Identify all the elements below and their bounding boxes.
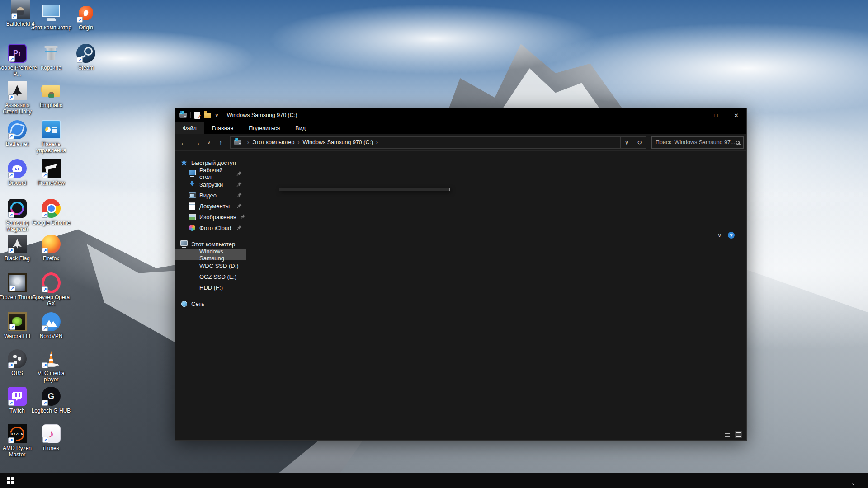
desktop-icon[interactable]: ↗ Origin: [66, 4, 106, 31]
breadcrumb-item[interactable]: Этот компьютер: [252, 139, 294, 145]
breadcrumb-chevron-icon[interactable]: ›: [244, 139, 252, 145]
address-bar[interactable]: ›Этот компьютер›Windows Samsung 970 (C:)…: [230, 136, 646, 149]
explorer-main: Быстрый доступ Рабочий стол: [175, 151, 746, 429]
file-list-pane: [246, 151, 746, 429]
large-icons-view-icon[interactable]: [735, 431, 742, 438]
windows-logo-icon: [7, 477, 14, 484]
desktop-icon-label: Frozen Throne: [0, 294, 35, 300]
desktop-icon-label: iTunes: [43, 445, 59, 451]
desktop-icon[interactable]: ↗ NordVPN: [31, 312, 71, 339]
titlebar[interactable]: ∨ Windows Samsung 970 (C:) – □ ✕: [175, 108, 746, 122]
close-button[interactable]: ✕: [726, 108, 746, 122]
app-icon: ↗: [8, 349, 27, 368]
pin-icon: [236, 171, 242, 176]
shortcut-arrow-icon: ↗: [8, 400, 14, 406]
desktop-icon-label: Корзина: [41, 65, 61, 71]
ribbon-collapse-icon[interactable]: ∨: [717, 233, 722, 238]
up-button[interactable]: ↑: [215, 136, 226, 148]
window-title: Windows Samsung 970 (C:): [227, 112, 297, 118]
sidebar-item[interactable]: WDC SSD (D:): [175, 260, 246, 271]
maximize-button[interactable]: □: [706, 108, 726, 122]
desktop-icon[interactable]: ↗ Battlefield 4: [0, 0, 41, 27]
desktop-icon-label: NordVPN: [40, 333, 63, 339]
app-icon: ↗: [42, 273, 61, 292]
desktop-icon[interactable]: ↗ Браузер Opera GX: [31, 273, 71, 307]
search-box[interactable]: [651, 136, 744, 149]
shortcut-arrow-icon: ↗: [9, 324, 15, 330]
ribbon-tab[interactable]: Файл: [175, 122, 204, 134]
desktop-icon[interactable]: ↗ Google Chrome: [31, 199, 71, 226]
sidebar-section-label: Этот компьютер: [191, 241, 235, 248]
refresh-icon[interactable]: ↻: [633, 137, 646, 148]
sidebar-item[interactable]: Загрузки: [175, 179, 246, 190]
shortcut-arrow-icon: ↗: [77, 17, 83, 23]
help-icon[interactable]: ?: [728, 232, 735, 239]
properties-icon[interactable]: [194, 112, 200, 119]
desktop-icon[interactable]: ↗ iTunes: [31, 424, 71, 451]
sidebar-item[interactable]: Видео: [175, 190, 246, 201]
app-icon: ↗: [8, 44, 27, 63]
sidebar-item[interactable]: OCZ SSD (E:): [175, 271, 246, 282]
sidebar-section-icon: [180, 300, 188, 307]
app-icon: ↗: [42, 312, 61, 331]
sidebar-item[interactable]: Фото iCloud: [175, 222, 246, 233]
desktop-icon[interactable]: ↗ VLC media player: [31, 349, 71, 383]
sidebar-item-label: HDD (F:): [199, 284, 223, 291]
desktop-icon[interactable]: ↗ Firefox: [31, 235, 71, 262]
details-view-icon[interactable]: [724, 431, 731, 438]
forward-button[interactable]: →: [191, 136, 203, 148]
sidebar-item[interactable]: HDD (F:): [175, 282, 246, 293]
sidebar-item-icon: [189, 192, 196, 199]
desktop-icon[interactable]: ↗ Панель управления: [31, 120, 71, 154]
back-button[interactable]: ←: [178, 136, 189, 148]
breadcrumb-chevron-icon[interactable]: ›: [373, 139, 381, 145]
desktop-icon-label: Black Flag: [5, 255, 30, 262]
action-center-icon[interactable]: [850, 478, 856, 483]
system-drive-icon: [179, 113, 187, 118]
app-icon: ↗: [42, 81, 61, 100]
sidebar-item-icon: [189, 224, 196, 231]
qat-customize-chevron-icon[interactable]: ∨: [215, 113, 219, 118]
desktop-icon-label: Emphatic: [40, 102, 62, 108]
ribbon-tab[interactable]: Поделиться: [241, 122, 288, 134]
app-icon: ↗: [8, 312, 27, 331]
minimize-button[interactable]: –: [685, 108, 706, 122]
column-headers: [246, 153, 746, 164]
app-icon: ↗: [42, 387, 61, 406]
desktop-icon[interactable]: ↗ Steam: [66, 44, 106, 71]
shortcut-arrow-icon: ↗: [77, 57, 83, 63]
sidebar-item-label: Видео: [199, 192, 217, 199]
app-icon: ↗: [8, 424, 27, 443]
sidebar-item[interactable]: Windows Samsung: [175, 249, 246, 260]
address-dropdown-icon[interactable]: ∨: [620, 137, 633, 148]
sidebar-item[interactable]: Документы: [175, 201, 246, 211]
sidebar-item-label: Windows Samsung: [199, 248, 246, 262]
desktop-icon-label: Battle.net: [6, 141, 29, 147]
ribbon-tab[interactable]: Вид: [288, 122, 313, 134]
ribbon-tab[interactable]: Главная: [204, 122, 241, 134]
recent-locations-chevron-icon[interactable]: ∨: [205, 136, 213, 148]
separator: [190, 112, 191, 118]
desktop-icon[interactable]: ↗ Logitech G HUB: [31, 387, 71, 414]
sidebar-section-header[interactable]: Сеть: [175, 298, 246, 309]
sidebar-item[interactable]: Изображения: [175, 211, 246, 222]
breadcrumb-chevron-icon[interactable]: ›: [294, 139, 302, 145]
desktop-icon-label: Google Chrome: [32, 220, 71, 226]
ribbon-controls: ∨ ?: [717, 232, 740, 239]
sidebar-section-label: Быстрый доступ: [191, 160, 236, 166]
desktop-icon[interactable]: ↗ FrameView: [31, 159, 71, 186]
shortcut-arrow-icon: ↗: [42, 325, 48, 331]
desktop-icon[interactable]: ↗ Emphatic: [31, 81, 71, 108]
view-toggles: [724, 431, 742, 438]
search-icon[interactable]: [736, 141, 740, 145]
app-icon: ↗: [8, 273, 27, 292]
pin-icon: [236, 225, 242, 230]
new-folder-icon[interactable]: [204, 113, 211, 118]
desktop-icon-label: Firefox: [43, 255, 60, 262]
app-icon: ↗: [42, 199, 61, 218]
desktop-icon-label: FrameView: [38, 180, 65, 186]
sidebar-item[interactable]: Рабочий стол: [175, 168, 246, 179]
start-button[interactable]: [0, 473, 22, 488]
search-input[interactable]: [656, 139, 736, 145]
breadcrumb-item[interactable]: Windows Samsung 970 (C:): [302, 139, 373, 145]
